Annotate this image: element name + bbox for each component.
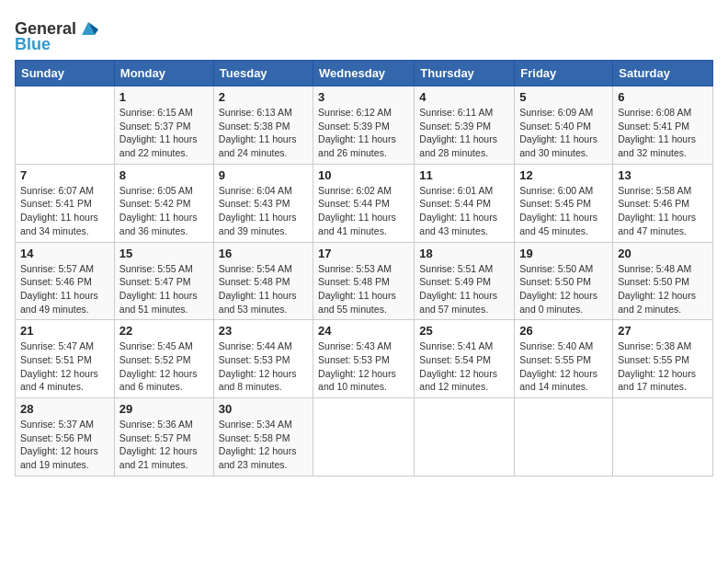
calendar-cell: 22Sunrise: 5:45 AMSunset: 5:52 PMDayligh… — [114, 320, 213, 398]
day-info: Sunrise: 5:50 AMSunset: 5:50 PMDaylight:… — [519, 262, 608, 316]
day-number: 23 — [219, 324, 308, 338]
day-info: Sunrise: 5:47 AMSunset: 5:51 PMDaylight:… — [20, 339, 109, 394]
calendar-header-row: SundayMondayTuesdayWednesdayThursdayFrid… — [16, 61, 713, 86]
calendar-week-row: 7Sunrise: 6:07 AMSunset: 5:41 PMDaylight… — [16, 164, 713, 242]
day-info: Sunrise: 5:43 AMSunset: 5:53 PMDaylight:… — [318, 339, 409, 394]
day-info: Sunrise: 5:41 AMSunset: 5:54 PMDaylight:… — [419, 339, 509, 394]
day-info: Sunrise: 6:02 AMSunset: 5:44 PMDaylight:… — [318, 184, 409, 238]
day-info: Sunrise: 6:07 AMSunset: 5:41 PMDaylight:… — [20, 184, 109, 238]
calendar-cell: 23Sunrise: 5:44 AMSunset: 5:53 PMDayligh… — [213, 320, 313, 398]
day-number: 26 — [519, 324, 608, 338]
calendar-cell: 11Sunrise: 6:01 AMSunset: 5:44 PMDayligh… — [415, 164, 515, 242]
day-number: 13 — [618, 168, 708, 182]
calendar-table: SundayMondayTuesdayWednesdayThursdayFrid… — [15, 60, 713, 477]
day-number: 6 — [618, 90, 708, 104]
day-info: Sunrise: 6:13 AMSunset: 5:38 PMDaylight:… — [219, 106, 308, 160]
calendar-cell — [515, 398, 613, 477]
calendar-cell: 28Sunrise: 5:37 AMSunset: 5:56 PMDayligh… — [16, 398, 115, 477]
day-number: 10 — [318, 168, 409, 182]
day-info: Sunrise: 5:40 AMSunset: 5:55 PMDaylight:… — [519, 339, 608, 394]
day-info: Sunrise: 6:08 AMSunset: 5:41 PMDaylight:… — [618, 106, 708, 160]
day-info: Sunrise: 5:34 AMSunset: 5:58 PMDaylight:… — [219, 418, 308, 472]
calendar-cell: 21Sunrise: 5:47 AMSunset: 5:51 PMDayligh… — [16, 320, 115, 398]
day-number: 22 — [119, 324, 209, 338]
column-header-saturday: Saturday — [613, 61, 713, 86]
calendar-cell: 1Sunrise: 6:15 AMSunset: 5:37 PMDaylight… — [114, 86, 213, 165]
column-header-monday: Monday — [114, 61, 213, 86]
day-number: 3 — [318, 90, 409, 104]
day-number: 21 — [20, 324, 109, 338]
day-number: 28 — [20, 402, 109, 416]
day-number: 29 — [119, 402, 209, 416]
day-number: 4 — [419, 90, 509, 104]
calendar-cell: 17Sunrise: 5:53 AMSunset: 5:48 PMDayligh… — [313, 242, 415, 320]
day-number: 17 — [318, 247, 409, 260]
calendar-cell: 14Sunrise: 5:57 AMSunset: 5:46 PMDayligh… — [16, 242, 115, 320]
calendar-cell: 30Sunrise: 5:34 AMSunset: 5:58 PMDayligh… — [213, 398, 313, 477]
day-number: 30 — [219, 402, 308, 416]
day-info: Sunrise: 5:53 AMSunset: 5:48 PMDaylight:… — [318, 262, 409, 316]
calendar-cell: 27Sunrise: 5:38 AMSunset: 5:55 PMDayligh… — [613, 320, 713, 398]
day-info: Sunrise: 5:48 AMSunset: 5:50 PMDaylight:… — [618, 262, 708, 316]
day-number: 19 — [519, 247, 608, 260]
calendar-cell: 10Sunrise: 6:02 AMSunset: 5:44 PMDayligh… — [313, 164, 415, 242]
calendar-cell — [613, 398, 713, 477]
day-number: 2 — [219, 90, 308, 104]
day-info: Sunrise: 6:11 AMSunset: 5:39 PMDaylight:… — [419, 106, 509, 160]
page-header: General Blue — [15, 15, 713, 54]
day-info: Sunrise: 5:54 AMSunset: 5:48 PMDaylight:… — [219, 262, 308, 316]
calendar-week-row: 21Sunrise: 5:47 AMSunset: 5:51 PMDayligh… — [16, 320, 713, 398]
calendar-week-row: 14Sunrise: 5:57 AMSunset: 5:46 PMDayligh… — [16, 242, 713, 320]
column-header-wednesday: Wednesday — [313, 61, 415, 86]
logo: General Blue — [15, 15, 98, 54]
day-info: Sunrise: 6:15 AMSunset: 5:37 PMDaylight:… — [119, 106, 209, 160]
calendar-cell: 16Sunrise: 5:54 AMSunset: 5:48 PMDayligh… — [213, 242, 313, 320]
calendar-cell: 8Sunrise: 6:05 AMSunset: 5:42 PMDaylight… — [114, 164, 213, 242]
day-info: Sunrise: 5:57 AMSunset: 5:46 PMDaylight:… — [20, 262, 109, 316]
calendar-cell: 5Sunrise: 6:09 AMSunset: 5:40 PMDaylight… — [515, 86, 613, 165]
calendar-cell: 6Sunrise: 6:08 AMSunset: 5:41 PMDaylight… — [613, 86, 713, 165]
day-info: Sunrise: 6:01 AMSunset: 5:44 PMDaylight:… — [419, 184, 509, 238]
day-number: 14 — [20, 247, 109, 260]
day-number: 18 — [419, 247, 509, 260]
day-number: 27 — [618, 324, 708, 338]
day-number: 20 — [618, 247, 708, 260]
day-info: Sunrise: 6:09 AMSunset: 5:40 PMDaylight:… — [519, 106, 608, 160]
day-number: 15 — [119, 247, 209, 260]
day-info: Sunrise: 5:51 AMSunset: 5:49 PMDaylight:… — [419, 262, 509, 316]
calendar-cell: 26Sunrise: 5:40 AMSunset: 5:55 PMDayligh… — [515, 320, 613, 398]
day-number: 12 — [519, 168, 608, 182]
calendar-cell: 25Sunrise: 5:41 AMSunset: 5:54 PMDayligh… — [415, 320, 515, 398]
column-header-sunday: Sunday — [16, 61, 115, 86]
calendar-cell — [415, 398, 515, 477]
calendar-cell: 2Sunrise: 6:13 AMSunset: 5:38 PMDaylight… — [213, 86, 313, 165]
calendar-cell: 3Sunrise: 6:12 AMSunset: 5:39 PMDaylight… — [313, 86, 415, 165]
day-info: Sunrise: 6:00 AMSunset: 5:45 PMDaylight:… — [519, 184, 608, 238]
calendar-cell: 4Sunrise: 6:11 AMSunset: 5:39 PMDaylight… — [415, 86, 515, 165]
day-info: Sunrise: 6:04 AMSunset: 5:43 PMDaylight:… — [219, 184, 308, 238]
calendar-cell: 24Sunrise: 5:43 AMSunset: 5:53 PMDayligh… — [313, 320, 415, 398]
day-info: Sunrise: 5:44 AMSunset: 5:53 PMDaylight:… — [219, 339, 308, 394]
calendar-cell: 18Sunrise: 5:51 AMSunset: 5:49 PMDayligh… — [415, 242, 515, 320]
day-number: 5 — [519, 90, 608, 104]
day-number: 1 — [119, 90, 209, 104]
day-number: 25 — [419, 324, 509, 338]
day-number: 8 — [119, 168, 209, 182]
day-info: Sunrise: 5:45 AMSunset: 5:52 PMDaylight:… — [119, 339, 209, 394]
calendar-cell — [16, 86, 115, 165]
column-header-friday: Friday — [515, 61, 613, 86]
day-info: Sunrise: 5:38 AMSunset: 5:55 PMDaylight:… — [618, 339, 708, 394]
logo-blue-text: Blue — [15, 35, 51, 54]
day-info: Sunrise: 5:37 AMSunset: 5:56 PMDaylight:… — [20, 418, 109, 472]
column-header-thursday: Thursday — [415, 61, 515, 86]
day-info: Sunrise: 5:36 AMSunset: 5:57 PMDaylight:… — [119, 418, 209, 472]
day-info: Sunrise: 6:05 AMSunset: 5:42 PMDaylight:… — [119, 184, 209, 238]
calendar-cell — [313, 398, 415, 477]
day-number: 7 — [20, 168, 109, 182]
day-number: 16 — [219, 247, 308, 260]
day-info: Sunrise: 5:58 AMSunset: 5:46 PMDaylight:… — [618, 184, 708, 238]
column-header-tuesday: Tuesday — [213, 61, 313, 86]
calendar-cell: 29Sunrise: 5:36 AMSunset: 5:57 PMDayligh… — [114, 398, 213, 477]
calendar-cell: 19Sunrise: 5:50 AMSunset: 5:50 PMDayligh… — [515, 242, 613, 320]
calendar-week-row: 1Sunrise: 6:15 AMSunset: 5:37 PMDaylight… — [16, 86, 713, 165]
